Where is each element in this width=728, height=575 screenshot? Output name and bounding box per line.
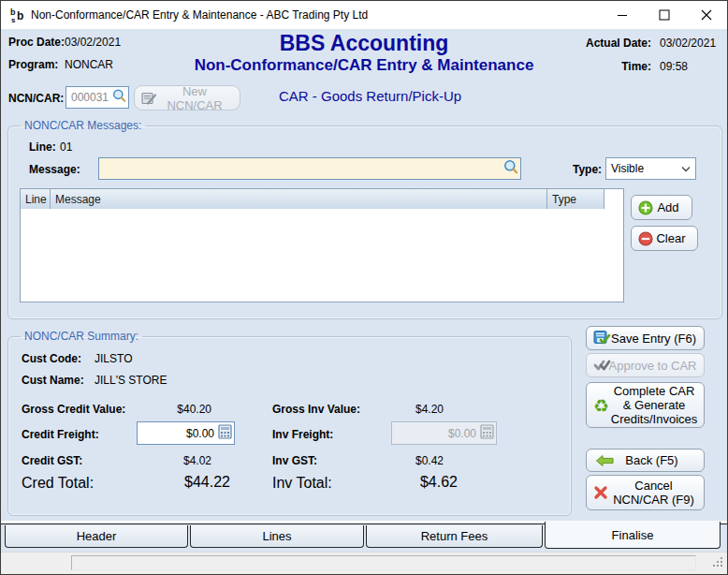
maximize-button[interactable]	[643, 1, 685, 28]
new-ncn-car-button[interactable]: New NCN/CAR	[134, 85, 240, 111]
actual-date-value: 03/02/2021	[660, 37, 716, 50]
messages-table-header: Line Message Type	[21, 189, 623, 209]
ncn-car-field	[66, 86, 129, 109]
cust-code-value: JILSTO	[95, 352, 132, 365]
tab-lines[interactable]: Lines	[190, 525, 364, 548]
ncn-lookup-icon[interactable]	[112, 89, 126, 107]
messages-table-body[interactable]	[21, 209, 623, 302]
gross-inv-value: $4.20	[364, 403, 444, 416]
messages-group-title: NONC/CAR Messages:	[21, 119, 145, 132]
cancel-x-icon	[593, 485, 608, 500]
column-header-type[interactable]: Type	[547, 189, 604, 209]
inv-gst-value: $0.42	[364, 454, 444, 467]
minimize-button[interactable]	[601, 1, 643, 28]
type-select[interactable]: Visible	[605, 157, 696, 180]
inv-gst-label: Inv GST:	[272, 454, 317, 467]
credit-freight-field	[137, 421, 235, 445]
line-value: 01	[60, 140, 72, 154]
inv-freight-label: Inv Freight:	[272, 428, 333, 441]
actual-date-label: Actual Date:	[525, 37, 651, 50]
ncn-car-label: NCN/CAR:	[8, 92, 64, 105]
column-header-filler	[604, 189, 623, 209]
new-document-icon	[141, 91, 157, 105]
type-label: Type:	[573, 163, 602, 176]
summary-group-title: NONC/CAR Summary:	[21, 330, 142, 343]
tab-finalise[interactable]: Finalise	[545, 522, 721, 549]
back-arrow-icon	[596, 455, 614, 466]
back-label: Back (F5)	[612, 453, 677, 467]
gross-inv-label: Gross Inv Value:	[272, 403, 360, 416]
resize-grip[interactable]	[712, 554, 723, 571]
cust-name-value: JILL'S STORE	[95, 374, 167, 387]
clear-button[interactable]: Clear	[631, 226, 698, 251]
approve-to-car-button[interactable]: Approve to CAR	[586, 353, 705, 377]
back-button[interactable]: Back (F5)	[586, 449, 705, 472]
ncn-mode-title: CAR - Goods Return/Pick-Up	[279, 88, 461, 104]
add-plus-icon	[638, 200, 653, 215]
time-label: Time:	[525, 60, 651, 73]
save-icon	[593, 331, 611, 346]
message-label: Message:	[29, 163, 80, 176]
close-button[interactable]	[685, 1, 727, 28]
clear-minus-icon	[638, 231, 653, 246]
cust-code-label: Cust Code:	[22, 352, 81, 365]
close-icon	[701, 9, 712, 21]
inv-freight-field	[391, 421, 497, 445]
add-button[interactable]: Add	[631, 195, 692, 220]
status-bar	[1, 552, 727, 574]
column-header-line[interactable]: Line	[21, 189, 51, 209]
minimize-icon	[617, 9, 628, 21]
gross-credit-label: Gross Credit Value:	[22, 403, 125, 416]
inv-total-label: Inv Total:	[272, 475, 332, 492]
title-bar: b s b Non-Conformance/CAR Entry & Mainte…	[1, 1, 727, 29]
type-selected-value: Visible	[611, 162, 644, 175]
inv-total-value: $4.62	[364, 474, 458, 491]
credit-gst-value: $4.02	[132, 454, 211, 467]
window-title: Non-Conformance/CAR Entry & Maintenance …	[31, 8, 368, 22]
svg-text:s: s	[11, 16, 16, 23]
message-field	[98, 157, 521, 180]
credit-freight-calculator-icon[interactable]	[218, 424, 232, 443]
app-window: b s b Non-Conformance/CAR Entry & Mainte…	[0, 0, 728, 575]
time-value: 09:58	[660, 60, 688, 73]
approve-double-check-icon	[593, 359, 612, 372]
svg-text:b: b	[17, 9, 23, 22]
complete-car-button[interactable]: ♻ Complete CAR & Generate Credits/Invoic…	[586, 382, 705, 428]
cred-total-label: Cred Total:	[22, 475, 94, 492]
save-entry-button[interactable]: Save Entry (F6)	[586, 326, 705, 350]
message-lookup-icon[interactable]	[503, 159, 518, 178]
status-panel	[71, 555, 696, 570]
credit-freight-label: Credit Freight:	[22, 428, 99, 441]
gross-credit-value: $40.20	[132, 403, 211, 416]
cred-total-value: $44.22	[132, 474, 230, 491]
recycle-icon: ♻	[593, 396, 609, 414]
tab-return-fees[interactable]: Return Fees	[366, 525, 543, 548]
messages-table[interactable]: Line Message Type	[20, 188, 624, 302]
chevron-down-icon	[681, 162, 691, 175]
line-label: Line:	[29, 140, 56, 154]
credit-gst-label: Credit GST:	[22, 454, 82, 467]
inv-freight-calculator-icon	[480, 424, 494, 443]
cancel-ncn-car-button[interactable]: Cancel NCN/CAR (F9)	[586, 475, 705, 510]
app-logo-icon: b s b	[9, 7, 26, 27]
tab-header[interactable]: Header	[5, 525, 188, 548]
cust-name-label: Cust Name:	[22, 374, 84, 387]
column-header-message[interactable]: Message	[51, 189, 547, 209]
maximize-icon	[659, 9, 670, 21]
message-input[interactable]	[99, 158, 520, 179]
